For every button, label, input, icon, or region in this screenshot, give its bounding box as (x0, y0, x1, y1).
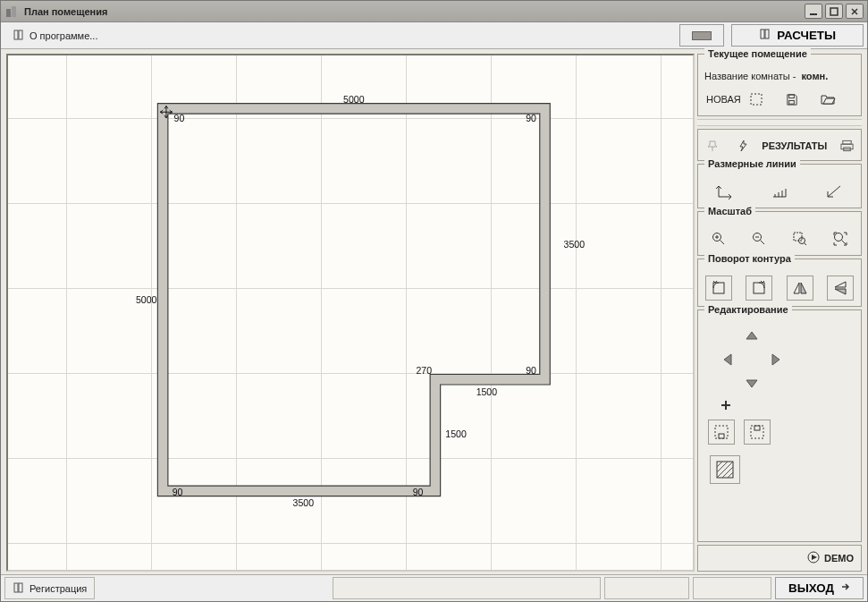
room-name-label: Название комнаты - (704, 71, 796, 81)
exit-icon (839, 581, 850, 595)
svg-rect-24 (841, 144, 853, 149)
save-button[interactable] (780, 89, 804, 110)
minimize-button[interactable] (805, 4, 822, 19)
svg-rect-22 (789, 100, 795, 104)
panel-edit: Редактирование (697, 309, 862, 542)
statusbar: Регистрация ВЫХОД (1, 574, 867, 601)
about-icon (13, 29, 25, 43)
svg-rect-6 (761, 30, 764, 38)
pin-icon (702, 135, 723, 157)
svg-text:1500: 1500 (476, 386, 498, 397)
svg-rect-7 (765, 30, 769, 38)
svg-text:5000: 5000 (136, 294, 157, 305)
zoom-in-button[interactable] (707, 228, 730, 250)
open-button[interactable] (816, 89, 839, 110)
dim-tool-2[interactable] (768, 181, 791, 202)
panel-legend: Поворот контура (704, 253, 795, 264)
panel-legend: Размерные линии (704, 158, 800, 169)
dim-tool-3[interactable] (822, 181, 846, 202)
register-button[interactable]: Регистрация (4, 577, 95, 599)
about-button[interactable]: О программе... (4, 24, 105, 47)
svg-text:5000: 5000 (343, 94, 365, 105)
svg-rect-3 (830, 8, 838, 15)
print-icon[interactable] (836, 135, 857, 157)
svg-rect-23 (842, 140, 850, 144)
top-toolbar: О программе... РАСЧЕТЫ (1, 22, 867, 49)
svg-text:90: 90 (413, 487, 424, 497)
room-name-value: комн. (801, 71, 828, 81)
zoom-region-button[interactable] (788, 228, 812, 250)
app-window: План помещения О программе... РАСЧЕТЫ (0, 0, 868, 602)
status-segment-1 (333, 577, 601, 599)
results-label[interactable]: РЕЗУЛЬТАТЫ (762, 140, 827, 151)
new-room-label: НОВАЯ (706, 94, 741, 105)
svg-rect-20 (751, 94, 762, 105)
lightning-icon[interactable] (732, 135, 754, 157)
panel-current-room: Текущее помещение Название комнаты - ком… (697, 54, 862, 116)
app-icon (4, 4, 19, 19)
svg-rect-21 (789, 94, 795, 98)
titlebar: План помещения (1, 1, 867, 22)
svg-text:3500: 3500 (293, 497, 315, 508)
svg-rect-28 (794, 233, 802, 241)
play-icon[interactable] (807, 551, 820, 565)
cut-out-button[interactable] (744, 420, 771, 445)
svg-text:90: 90 (526, 365, 536, 376)
dim-tool-1[interactable] (713, 181, 737, 202)
panel-legend: Редактирование (704, 304, 792, 315)
cut-in-button[interactable] (708, 420, 735, 445)
rotate-cw-button[interactable] (746, 276, 772, 301)
register-label: Регистрация (29, 583, 87, 594)
floorplan-canvas[interactable]: 5000 5000 3500 270 1500 1500 3500 90 90 … (6, 54, 695, 572)
register-icon (13, 581, 25, 596)
add-point-button[interactable] (721, 400, 856, 412)
rotate-ccw-button[interactable] (705, 276, 732, 301)
flip-v-button[interactable] (827, 276, 854, 301)
panel-results: РЕЗУЛЬТАТЫ (697, 129, 862, 161)
svg-rect-2 (810, 13, 817, 15)
color-well[interactable] (679, 24, 724, 47)
svg-rect-0 (6, 9, 11, 17)
zoom-out-button[interactable] (747, 228, 771, 250)
svg-rect-34 (719, 434, 724, 438)
maximize-button[interactable] (825, 4, 843, 19)
panel-rotate: Поворот контура (697, 259, 862, 307)
svg-text:1500: 1500 (445, 428, 467, 439)
about-label: О программе... (29, 30, 97, 41)
svg-point-30 (835, 233, 843, 242)
zoom-fit-button[interactable] (829, 228, 852, 250)
hatch-button[interactable] (710, 455, 740, 484)
panel-scale: Масштаб (697, 211, 862, 256)
svg-text:90: 90 (174, 113, 185, 123)
svg-rect-39 (14, 583, 18, 592)
panel-legend: Текущее помещение (704, 48, 811, 59)
exit-button[interactable]: ВЫХОД (775, 577, 864, 599)
svg-text:90: 90 (173, 487, 183, 497)
svg-text:270: 270 (416, 365, 432, 376)
svg-text:90: 90 (526, 113, 536, 123)
nudge-down-button[interactable] (740, 371, 763, 394)
status-segment-2 (604, 577, 689, 599)
side-panel: Текущее помещение Название комнаты - ком… (697, 54, 862, 572)
new-room-button[interactable] (745, 89, 768, 110)
svg-rect-36 (754, 426, 760, 430)
nudge-left-button[interactable] (717, 348, 740, 371)
panel-dim-lines: Размерные линии (697, 164, 862, 208)
svg-rect-1 (12, 6, 16, 17)
demo-bar: DEMO (697, 545, 862, 572)
nudge-right-button[interactable] (763, 348, 787, 371)
svg-text:3500: 3500 (564, 239, 586, 250)
calc-button[interactable]: РАСЧЕТЫ (731, 24, 864, 47)
svg-rect-5 (19, 30, 22, 39)
window-title: План помещения (24, 6, 805, 17)
exit-label: ВЫХОД (788, 581, 834, 595)
close-button[interactable] (846, 4, 864, 19)
flip-h-button[interactable] (787, 276, 813, 301)
nudge-up-button[interactable] (740, 325, 763, 348)
svg-rect-40 (19, 583, 22, 592)
panel-legend: Масштаб (704, 206, 755, 216)
demo-label[interactable]: DEMO (824, 553, 854, 564)
floorplan-drawing: 5000 5000 3500 270 1500 1500 3500 90 90 … (8, 55, 693, 570)
calc-label: РАСЧЕТЫ (777, 29, 836, 42)
status-segment-3 (693, 577, 771, 599)
